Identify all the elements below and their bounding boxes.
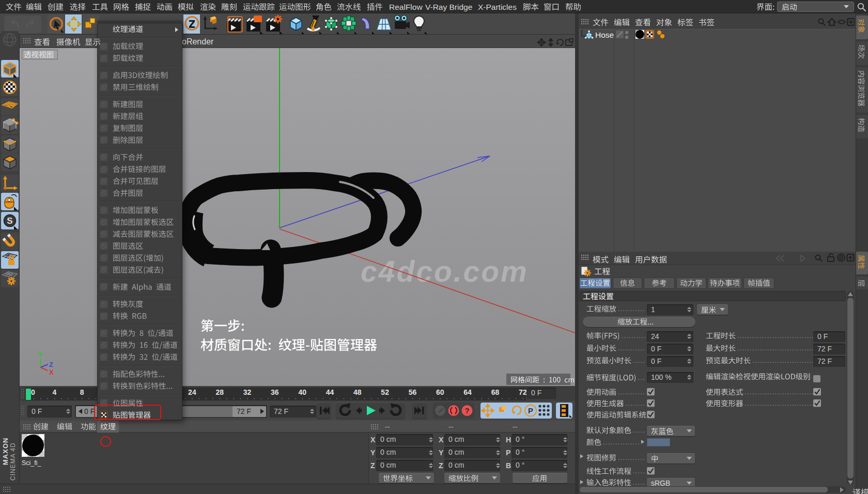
svg-text:P: P [528, 406, 533, 415]
svg-text:?: ? [464, 406, 469, 415]
svg-text:S: S [7, 216, 12, 226]
svg-text:Y: Y [38, 350, 42, 358]
svg-text:Z: Z [49, 361, 53, 368]
svg-text:X: X [49, 368, 54, 376]
